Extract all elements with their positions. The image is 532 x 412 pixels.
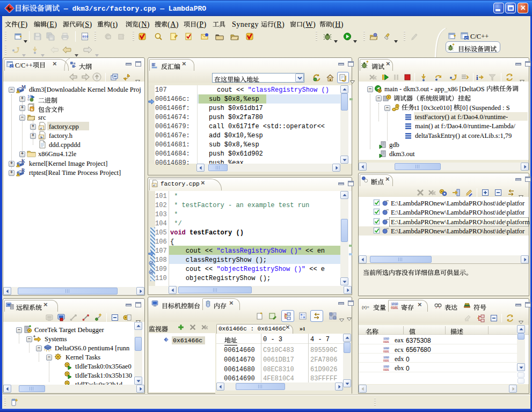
- svg-text:i: i: [476, 73, 478, 82]
- svg-text:K: K: [21, 158, 25, 163]
- svg-text:.c: .c: [40, 126, 42, 130]
- svg-text:C: C: [465, 36, 468, 40]
- svg-text:M: M: [21, 84, 26, 90]
- svg-text:R: R: [21, 167, 25, 172]
- svg-text:010: 010: [83, 35, 89, 39]
- svg-text:(x)=: (x)=: [362, 305, 369, 310]
- svg-text:C: C: [10, 64, 13, 68]
- svg-text:0101: 0101: [391, 306, 398, 310]
- svg-text:h: h: [31, 107, 33, 112]
- svg-text:.h: .h: [40, 135, 43, 139]
- svg-text:.c: .c: [152, 183, 155, 187]
- svg-text:0101: 0101: [383, 341, 390, 344]
- svg-text:0101: 0101: [383, 359, 390, 363]
- svg-text:0101: 0101: [383, 368, 390, 372]
- svg-text:0101: 0101: [383, 350, 390, 354]
